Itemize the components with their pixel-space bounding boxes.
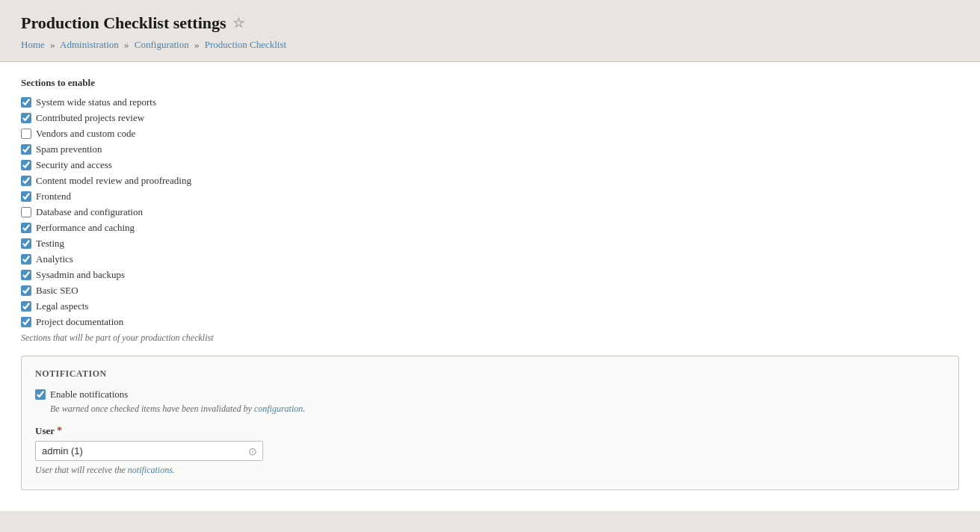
section-checkbox-contrib[interactable] xyxy=(21,113,31,123)
section-checkbox-analytics[interactable] xyxy=(21,254,31,265)
checkbox-item: Analytics xyxy=(21,253,959,265)
section-checkbox-database[interactable] xyxy=(21,207,31,217)
page-title-text: Production Checklist settings xyxy=(21,13,226,33)
section-checkbox-testing[interactable] xyxy=(21,238,31,249)
checkbox-item: Content model review and proofreading xyxy=(21,175,959,187)
user-field-hint: User that will receive the notifications… xyxy=(35,465,945,476)
user-input[interactable] xyxy=(35,441,263,461)
section-checkbox-legal[interactable] xyxy=(21,301,31,312)
notification-title: NOTIFICATION xyxy=(35,368,945,380)
section-label-security[interactable]: Security and access xyxy=(36,159,112,171)
sections-list: System wide status and reportsContribute… xyxy=(21,96,959,328)
checkbox-item: Sysadmin and backups xyxy=(21,269,959,281)
checkbox-item: Contributed projects review xyxy=(21,112,959,124)
checkbox-item: Spam prevention xyxy=(21,143,959,155)
section-checkbox-security[interactable] xyxy=(21,160,31,170)
section-label-vendors[interactable]: Vendors and custom code xyxy=(36,128,135,140)
section-checkbox-seo[interactable] xyxy=(21,285,31,296)
page-title: Production Checklist settings ☆ xyxy=(21,13,959,33)
sections-label: Sections to enable xyxy=(21,77,959,89)
section-checkbox-performance[interactable] xyxy=(21,223,31,233)
star-icon[interactable]: ☆ xyxy=(232,15,244,31)
checkbox-item: Frontend xyxy=(21,191,959,202)
breadcrumb-sep2: » xyxy=(124,39,129,50)
checkbox-item: Performance and caching xyxy=(21,222,959,234)
section-label-seo[interactable]: Basic SEO xyxy=(36,285,78,297)
enable-notifications-checkbox[interactable] xyxy=(35,389,46,400)
section-checkbox-sys[interactable] xyxy=(21,97,31,108)
checkbox-item: Vendors and custom code xyxy=(21,128,959,140)
notification-box: NOTIFICATION Enable notifications Be war… xyxy=(21,356,959,490)
checkbox-item: System wide status and reports xyxy=(21,96,959,108)
breadcrumb: Home » Administration » Configuration » … xyxy=(21,39,959,51)
breadcrumb-admin[interactable]: Administration xyxy=(60,39,119,50)
section-label-spam[interactable]: Spam prevention xyxy=(36,143,102,155)
section-checkbox-spam[interactable] xyxy=(21,144,31,155)
section-label-project[interactable]: Project documentation xyxy=(36,316,123,328)
checkbox-item: Project documentation xyxy=(21,316,959,328)
section-label-frontend[interactable]: Frontend xyxy=(36,191,71,202)
enable-notifications-label[interactable]: Enable notifications xyxy=(50,389,128,400)
user-input-wrapper: ⊙ xyxy=(35,441,263,461)
checkbox-item: Legal aspects xyxy=(21,300,959,312)
section-label-contrib[interactable]: Contributed projects review xyxy=(36,112,144,124)
section-label-sys[interactable]: System wide status and reports xyxy=(36,96,156,108)
section-label-database[interactable]: Database and configuration xyxy=(36,206,143,218)
configuration-link[interactable]: configuration xyxy=(254,403,303,414)
page-content: Sections to enable System wide status an… xyxy=(0,62,980,511)
breadcrumb-config[interactable]: Configuration xyxy=(135,39,189,50)
section-checkbox-sysadmin[interactable] xyxy=(21,270,31,280)
notification-enable-row: Enable notifications xyxy=(35,389,945,400)
section-label-content[interactable]: Content model review and proofreading xyxy=(36,175,191,187)
page-header: Production Checklist settings ☆ Home » A… xyxy=(0,0,980,62)
section-label-analytics[interactable]: Analytics xyxy=(36,253,73,265)
section-checkbox-project[interactable] xyxy=(21,317,31,327)
user-field-label: User * xyxy=(35,425,945,437)
section-label-sysadmin[interactable]: Sysadmin and backups xyxy=(36,269,125,281)
section-checkbox-frontend[interactable] xyxy=(21,191,31,202)
section-checkbox-vendors[interactable] xyxy=(21,129,31,139)
section-checkbox-content[interactable] xyxy=(21,176,31,186)
required-star: * xyxy=(57,425,62,437)
section-label-performance[interactable]: Performance and caching xyxy=(36,222,135,234)
breadcrumb-home[interactable]: Home xyxy=(21,39,45,50)
sections-hint: Sections that will be part of your produ… xyxy=(21,332,959,344)
checkbox-item: Security and access xyxy=(21,159,959,171)
checkbox-item: Basic SEO xyxy=(21,285,959,297)
breadcrumb-sep1: » xyxy=(50,39,55,50)
checkbox-item: Testing xyxy=(21,238,959,250)
section-label-legal[interactable]: Legal aspects xyxy=(36,300,88,312)
section-label-testing[interactable]: Testing xyxy=(36,238,64,250)
breadcrumb-sep3: » xyxy=(194,39,200,50)
notifications-link[interactable]: notifications xyxy=(128,465,173,475)
notification-hint: Be warned once checked items have been i… xyxy=(50,403,945,415)
checkbox-item: Database and configuration xyxy=(21,206,959,218)
breadcrumb-current[interactable]: Production Checklist xyxy=(205,39,286,50)
